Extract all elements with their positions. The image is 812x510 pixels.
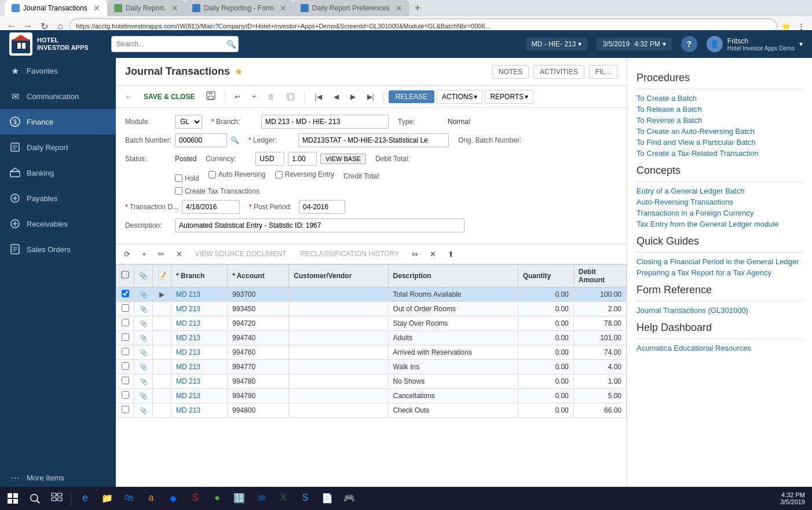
branch-input[interactable] — [261, 115, 389, 129]
first-button[interactable]: |◀ — [310, 90, 326, 103]
add-button[interactable]: + — [247, 90, 261, 103]
start-button[interactable] — [2, 488, 23, 509]
col-header-branch[interactable]: * Branch — [171, 264, 228, 287]
table-row[interactable]: 📎 MD 213 993450 Out of Order Rooms 0.00 … — [116, 301, 627, 316]
taskbar-amazon-icon[interactable]: a — [141, 488, 162, 509]
row-checkbox[interactable] — [122, 290, 129, 297]
actions-button[interactable]: ACTIONS ▾ — [437, 90, 482, 104]
undo-button[interactable]: ↩ — [230, 90, 245, 103]
hold-checkbox-label[interactable]: Hold — [175, 174, 199, 183]
link-find-batch[interactable]: To Find and View a Particular Batch — [637, 138, 803, 147]
branch-link[interactable]: MD 213 — [176, 363, 200, 371]
row-checkbox[interactable] — [122, 348, 129, 355]
branch-link[interactable]: MD 213 — [176, 305, 200, 313]
link-auto-reversing-transactions[interactable]: Auto-Reversing Transactions — [637, 198, 803, 206]
copy-button[interactable] — [281, 90, 300, 104]
currency-rate-input[interactable] — [288, 152, 317, 166]
taskbar-excel-icon[interactable]: X — [273, 488, 294, 509]
link-gl-batch-entry[interactable]: Entry of a General Ledger Batch — [637, 187, 803, 195]
hold-checkbox[interactable] — [175, 174, 182, 182]
sidebar-item-daily-report[interactable]: Daily Report — [0, 134, 116, 160]
auto-reversing-label[interactable]: Auto Reversing — [209, 170, 266, 178]
row-checkbox[interactable] — [122, 333, 129, 341]
link-tax-transaction[interactable]: To Create a Tax-Related Transaction — [637, 149, 803, 158]
favorite-star-icon[interactable]: ★ — [235, 66, 243, 77]
taskbar-doc-icon[interactable]: 📄 — [317, 488, 338, 509]
sidebar-item-receivables[interactable]: Receivables — [0, 211, 116, 236]
add-row-button[interactable]: + — [138, 248, 150, 260]
task-view-button[interactable] — [46, 488, 67, 509]
new-tab-button[interactable]: + — [409, 0, 426, 16]
table-row[interactable]: 📎 MD 213 994800 Check Outs 0.00 66.00 — [116, 403, 627, 417]
row-checkbox-cell[interactable] — [116, 345, 134, 359]
reversing-entry-label[interactable]: Reversing Entry — [275, 170, 334, 178]
row-checkbox-cell[interactable] — [116, 316, 134, 330]
notes-button[interactable]: NOTES — [492, 65, 529, 79]
col-header-quantity[interactable]: Quantity — [518, 264, 573, 287]
row-checkbox-cell[interactable] — [116, 403, 134, 417]
batch-number-input[interactable] — [175, 133, 227, 147]
export-button[interactable]: ⬆ — [444, 248, 458, 260]
release-button[interactable]: RELEASE — [389, 90, 434, 103]
save-close-button[interactable]: SAVE & CLOSE — [139, 90, 199, 103]
tab-close-2[interactable]: ✕ — [171, 3, 178, 13]
row-checkbox[interactable] — [122, 391, 129, 399]
view-base-button[interactable]: VIEW BASE — [320, 154, 366, 164]
taskbar-folder-icon[interactable]: 📁 — [97, 488, 118, 509]
help-button[interactable]: ? — [681, 36, 697, 52]
ledger-input[interactable] — [298, 133, 449, 147]
branch-link[interactable]: MD 213 — [176, 406, 200, 414]
link-acumatica-educational[interactable]: Acumatica Educational Resources — [637, 344, 803, 352]
post-period-input[interactable] — [299, 200, 345, 214]
reports-button[interactable]: REPORTS ▾ — [485, 90, 533, 104]
search-button[interactable]: 🔍 — [226, 40, 236, 49]
link-create-batch[interactable]: To Create a Batch — [637, 94, 803, 103]
auto-reversing-checkbox[interactable] — [209, 171, 216, 178]
link-journal-transactions[interactable]: Journal Transactions (GL301000) — [637, 306, 803, 315]
taskbar-outlook-icon[interactable]: ✉ — [251, 488, 272, 509]
taskbar-dropbox-icon[interactable]: ◆ — [163, 488, 184, 509]
files-button[interactable]: FIL... — [589, 65, 617, 79]
delete-row-button[interactable]: ✕ — [173, 248, 186, 260]
link-tax-report[interactable]: Preparing a Tax Report for a Tax Agency — [637, 268, 803, 277]
col-header-customer-vendor[interactable]: Customer/Vendor — [289, 264, 388, 287]
sidebar-item-payables[interactable]: Payables — [0, 185, 116, 211]
delete-button[interactable]: 🗑 — [263, 90, 279, 103]
prev-button[interactable]: ◀ — [329, 90, 343, 103]
create-tax-label[interactable]: Create Tax Transactions — [175, 187, 259, 195]
taskbar-code-icon[interactable]: S — [185, 488, 206, 509]
tab-close-1[interactable]: ✕ — [93, 3, 100, 13]
back-toolbar-button[interactable]: ← — [120, 90, 137, 103]
tab-close-3[interactable]: ✕ — [280, 3, 287, 13]
reversing-entry-checkbox[interactable] — [275, 171, 283, 178]
tab-daily-report-pref[interactable]: Daily Report Preferences ✕ — [294, 0, 409, 16]
row-checkbox[interactable] — [122, 377, 129, 384]
row-checkbox-cell[interactable] — [116, 330, 134, 345]
taskbar-ie-icon[interactable]: e — [75, 488, 96, 509]
branch-link[interactable]: MD 213 — [176, 290, 200, 298]
table-row[interactable]: 📎 MD 213 994780 No Shows 0.00 1.00 — [116, 374, 627, 388]
save-button[interactable] — [202, 89, 220, 104]
currency-input[interactable] — [255, 152, 284, 166]
sidebar-item-communication[interactable]: ✉ Communication — [0, 83, 116, 109]
taskbar-skype-icon[interactable]: S — [295, 488, 316, 509]
taskbar-game-icon[interactable]: 🎮 — [339, 488, 360, 509]
fit-columns-button[interactable]: ⇔ — [408, 248, 422, 260]
search-input[interactable] — [111, 36, 239, 52]
clear-filter-button[interactable]: ✕ — [426, 248, 440, 260]
company-selector[interactable]: MD - HIE- 213 ▾ — [526, 38, 588, 50]
refresh-table-button[interactable]: ⟳ — [120, 248, 134, 260]
table-row[interactable]: 📎 MD 213 994740 Adults 0.00 101.00 — [116, 330, 627, 345]
transaction-date-input[interactable] — [182, 200, 240, 214]
tab-close-4[interactable]: ✕ — [396, 3, 403, 13]
taskbar-chrome-icon[interactable]: ● — [207, 488, 228, 509]
module-select[interactable]: GL — [175, 115, 202, 129]
row-checkbox[interactable] — [122, 319, 129, 326]
row-checkbox[interactable] — [122, 406, 129, 413]
date-selector[interactable]: 3/5/2019 4:32 PM ▾ — [597, 38, 671, 50]
row-checkbox[interactable] — [122, 304, 129, 312]
sidebar-item-sales-orders[interactable]: Sales Orders — [0, 236, 116, 262]
taskbar-store-icon[interactable]: 🛍 — [119, 488, 140, 509]
link-tax-entry-gl[interactable]: Tax Entry from the General Ledger module — [637, 220, 803, 228]
branch-link[interactable]: MD 213 — [176, 319, 200, 327]
